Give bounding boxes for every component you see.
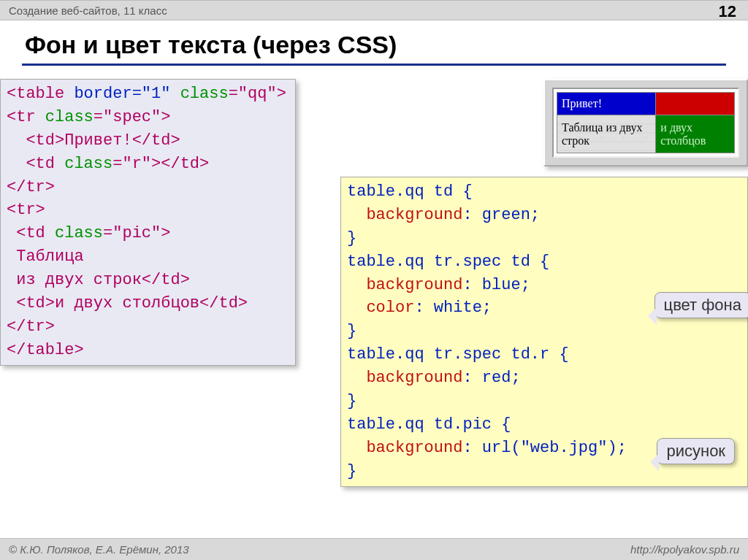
code-fragment: <td>Привет!</td> <box>7 131 180 150</box>
code-fragment: ="qq"> <box>229 85 286 103</box>
code-fragment: </table> <box>7 341 84 359</box>
code-fragment: ="r"></td> <box>112 155 209 173</box>
code-fragment <box>347 439 366 457</box>
code-fragment: </tr> <box>7 178 55 196</box>
code-fragment: <td>и двух столбцов</td> <box>7 294 248 312</box>
code-fragment: table.qq tr.spec td { <box>347 253 549 271</box>
code-fragment: } <box>347 229 356 248</box>
result-preview: Привет! Таблица из двух строк и двух сто… <box>543 79 748 166</box>
cell-pic: Таблица из двух строк <box>557 115 656 153</box>
callout-text: рисунок <box>666 442 725 460</box>
code-fragment: : white; <box>414 299 492 317</box>
code-fragment: } <box>347 462 356 480</box>
code-fragment: table.qq td.pic { <box>347 415 511 434</box>
code-fragment: <td <box>7 155 64 173</box>
code-fragment: </tr> <box>7 318 55 336</box>
code-fragment: background <box>366 276 462 294</box>
code-fragment: ="spec"> <box>94 108 171 126</box>
code-fragment: background <box>366 369 462 387</box>
header-bar: Создание веб-сайтов, 11 класс <box>0 0 748 20</box>
code-fragment: class <box>64 155 112 173</box>
callout-bg-color: цвет фона <box>654 292 748 318</box>
code-fragment: } <box>347 392 356 410</box>
code-fragment: <table <box>7 85 74 103</box>
cell-blue: Привет! <box>557 93 656 115</box>
code-fragment: <tr <box>7 108 45 126</box>
footer-link[interactable]: http://kpolyakov.spb.ru <box>630 543 739 556</box>
code-fragment: table.qq td { <box>347 183 473 201</box>
code-fragment: ="pic"> <box>103 224 170 242</box>
code-fragment: table.qq tr.spec td.r { <box>347 345 569 364</box>
code-fragment: Таблица <box>7 248 84 266</box>
code-fragment <box>347 369 366 387</box>
callout-tail-icon <box>641 453 659 471</box>
code-fragment: class <box>45 108 94 126</box>
title-rule <box>22 64 726 66</box>
callout-text: цвет фона <box>664 296 741 314</box>
code-fragment: <tr> <box>7 201 45 219</box>
code-fragment: } <box>347 322 356 340</box>
header-text: Создание веб-сайтов, 11 класс <box>9 4 167 17</box>
code-fragment: : blue; <box>462 276 530 294</box>
code-fragment: class <box>170 85 228 103</box>
html-code-box: <table border="1" class="qq"> <tr class=… <box>0 79 296 366</box>
code-fragment: background <box>366 206 462 224</box>
code-fragment: из двух строк</td> <box>7 271 190 289</box>
code-fragment: background <box>366 439 462 457</box>
footer-bar: © К.Ю. Поляков, Е.А. Ерёмин, 2013 http:/… <box>0 538 748 560</box>
code-fragment <box>347 299 366 317</box>
code-fragment: : red; <box>462 369 520 387</box>
footer-copyright: © К.Ю. Поляков, Е.А. Ерёмин, 2013 <box>9 543 189 556</box>
code-fragment: : url("web.jpg"); <box>462 439 626 457</box>
code-fragment: : green; <box>462 206 540 224</box>
code-fragment: border="1" <box>74 85 170 103</box>
cell-green: и двух столбцов <box>656 115 735 153</box>
code-fragment <box>347 206 366 224</box>
code-fragment <box>347 276 366 294</box>
page-title: Фон и цвет текста (через CSS) <box>25 31 748 59</box>
code-fragment: <td <box>7 224 55 242</box>
code-fragment: class <box>55 224 103 242</box>
callout-picture: рисунок <box>657 438 735 464</box>
preview-table: Привет! Таблица из двух строк и двух сто… <box>557 92 735 153</box>
cell-red <box>656 93 735 115</box>
code-fragment: color <box>366 299 414 317</box>
page-number: 12 <box>719 2 736 21</box>
preview-inner: Привет! Таблица из двух строк и двух сто… <box>552 88 739 158</box>
callout-tail-icon <box>639 307 657 325</box>
